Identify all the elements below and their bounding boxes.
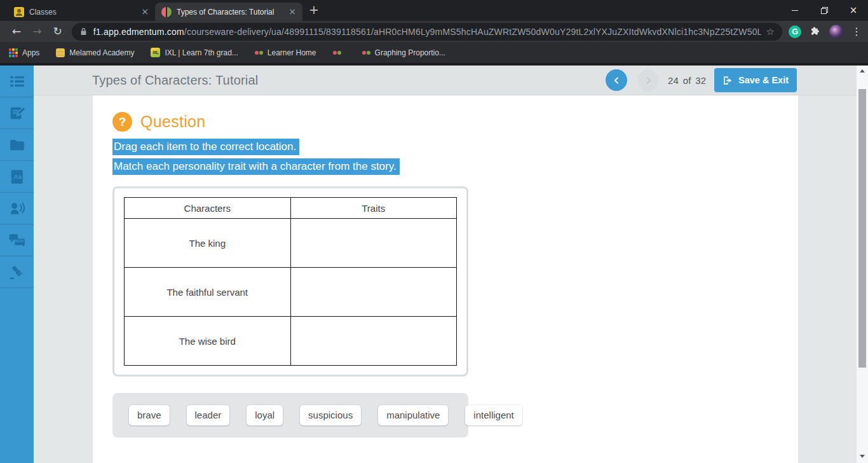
- tools-sidebar: Aa Hola: [0, 66, 34, 463]
- bookmark-ixl[interactable]: IXL IXL | Learn 7th grad...: [151, 48, 238, 57]
- drag-chip-intelligent[interactable]: intelligent: [465, 405, 522, 425]
- svg-text:Aa: Aa: [13, 172, 22, 179]
- sidebar-item-outline[interactable]: [0, 66, 34, 97]
- chevron-left-icon: [613, 76, 621, 85]
- tab-classes[interactable]: Classes ×: [8, 3, 155, 21]
- url-text: f1.app.edmentum.com/courseware-delivery/…: [93, 27, 761, 37]
- address-bar[interactable]: f1.app.edmentum.com/courseware-delivery/…: [72, 23, 782, 41]
- bookmark-graphing-proportions[interactable]: Graphing Proportio...: [362, 48, 445, 57]
- google-classroom-favicon: [14, 7, 24, 17]
- table-row: The king: [125, 219, 457, 268]
- window-minimize-button[interactable]: [780, 0, 810, 20]
- new-tab-button[interactable]: +: [309, 3, 319, 17]
- lesson-header: Types of Characters: Tutorial 24: [34, 66, 857, 95]
- bookmark-label: IXL | Learn 7th grad...: [165, 48, 238, 57]
- sidebar-item-notes[interactable]: [0, 97, 34, 129]
- back-icon[interactable]: ←: [12, 26, 21, 37]
- drag-chip-manipulative[interactable]: manipulative: [378, 405, 448, 425]
- sidebar-item-dictionary[interactable]: Aa: [0, 161, 34, 193]
- page-of-label: of: [683, 75, 691, 86]
- profile-avatar[interactable]: [829, 25, 843, 39]
- page-indicator: 24 of 32: [668, 75, 706, 86]
- bookmark-melamed-academy[interactable]: Melamed Academy: [56, 48, 134, 57]
- forward-icon[interactable]: →: [32, 26, 41, 37]
- page-scrollbar[interactable]: [857, 66, 868, 463]
- next-page-button[interactable]: [637, 69, 659, 91]
- bookmark-star-icon[interactable]: ☆: [766, 26, 775, 38]
- hola-label: Hola: [13, 238, 24, 243]
- restore-icon: [821, 7, 828, 14]
- scroll-up-button[interactable]: [857, 66, 868, 76]
- matching-table-card: Characters Traits The king The faithful …: [112, 186, 468, 377]
- bookmark-unlabeled[interactable]: [333, 51, 346, 55]
- question-heading: Question: [140, 113, 205, 131]
- question-panel: ? Question Drag each item to the correct…: [93, 95, 798, 463]
- tab-title: Classes: [29, 8, 135, 17]
- browser-toolbar: ← → ↻ f1.app.edmentum.com/courseware-del…: [0, 21, 868, 42]
- tab-types-of-characters[interactable]: Types of Characters: Tutorial ×: [155, 3, 302, 21]
- bookmark-learner-home[interactable]: Learner Home: [255, 48, 316, 57]
- melamed-favicon: [56, 48, 65, 57]
- scrollbar-thumb[interactable]: [858, 89, 866, 368]
- question-bubble-icon: ?: [112, 112, 132, 132]
- lesson-title: Types of Characters: Tutorial: [92, 73, 258, 88]
- matching-table: Characters Traits The king The faithful …: [124, 197, 457, 366]
- save-and-exit-button[interactable]: Save & Exit: [714, 68, 797, 92]
- scroll-down-button[interactable]: [857, 451, 868, 462]
- character-cell: The king: [125, 219, 291, 268]
- drag-chip-suspicious[interactable]: suspicious: [300, 405, 361, 425]
- drag-chip-leader[interactable]: leader: [187, 405, 230, 425]
- tab-close-icon[interactable]: ×: [287, 7, 297, 17]
- instruction-line-selected: Match each personality trait with a char…: [112, 158, 400, 175]
- column-header-traits: Traits: [290, 198, 457, 219]
- menu-list-icon: [9, 73, 25, 90]
- window-restore-button[interactable]: [810, 0, 839, 20]
- trait-dropzone[interactable]: [290, 268, 457, 317]
- bookmark-apps[interactable]: Apps: [9, 48, 39, 57]
- column-header-characters: Characters: [125, 198, 291, 219]
- lesson-pager: 24 of 32 Save & Exit: [606, 68, 797, 92]
- tab-title: Types of Characters: Tutorial: [177, 8, 282, 17]
- lesson-content: ? Question Drag each item to the correct…: [34, 95, 857, 463]
- scroll-up-icon: [860, 69, 865, 73]
- extensions-puzzle-icon[interactable]: [810, 26, 821, 38]
- previous-page-button[interactable]: [606, 69, 627, 91]
- instruction-line-selected: Drag each item to the correct location.: [112, 139, 299, 155]
- window-close-button[interactable]: ×: [839, 0, 868, 20]
- reload-icon[interactable]: ↻: [53, 26, 62, 37]
- drag-chip-brave[interactable]: brave: [129, 405, 170, 425]
- browser-window: Classes × Types of Characters: Tutorial …: [0, 0, 868, 463]
- bookmarks-bar: Apps Melamed Academy IXL IXL | Learn 7th…: [0, 42, 868, 63]
- character-cell: The faithful servant: [125, 268, 291, 317]
- url-domain: f1.app.edmentum.com: [93, 27, 184, 37]
- close-icon: ×: [850, 4, 858, 16]
- ixl-favicon: IXL: [151, 48, 160, 57]
- table-row: The faithful servant: [125, 268, 457, 317]
- url-path: /courseware-delivery/ua/48991115/8391185…: [184, 27, 761, 37]
- table-row: The wise bird: [125, 317, 457, 366]
- question-header: ? Question: [112, 112, 798, 132]
- text-to-speech-icon: [9, 200, 25, 217]
- lock-icon: [79, 27, 88, 36]
- sidebar-item-folder[interactable]: [0, 129, 34, 161]
- character-cell: The wise bird: [125, 317, 291, 366]
- notes-edit-icon: [9, 105, 25, 121]
- edmentum-favicon: [161, 7, 172, 17]
- trait-dropzone[interactable]: [290, 219, 457, 268]
- current-page: 24: [668, 75, 679, 86]
- tab-strip: Classes × Types of Characters: Tutorial …: [0, 0, 868, 21]
- edmentum-dots-favicon: [333, 51, 341, 55]
- bookmark-label: Apps: [22, 48, 39, 57]
- sidebar-item-read-aloud[interactable]: [0, 193, 34, 225]
- window-controls: ×: [780, 0, 868, 20]
- sidebar-item-highlighter[interactable]: [0, 256, 34, 288]
- sidebar-item-translate[interactable]: Hola: [0, 225, 34, 256]
- question-instructions: Drag each item to the correct location. …: [112, 141, 798, 173]
- exit-icon: [722, 75, 733, 86]
- folder-icon: [9, 137, 25, 153]
- tab-close-icon[interactable]: ×: [140, 7, 150, 17]
- browser-menu-icon[interactable]: ⋮: [851, 25, 862, 38]
- drag-chip-loyal[interactable]: loyal: [247, 405, 283, 425]
- grammarly-extension-icon[interactable]: G: [789, 25, 801, 38]
- trait-dropzone[interactable]: [290, 317, 457, 366]
